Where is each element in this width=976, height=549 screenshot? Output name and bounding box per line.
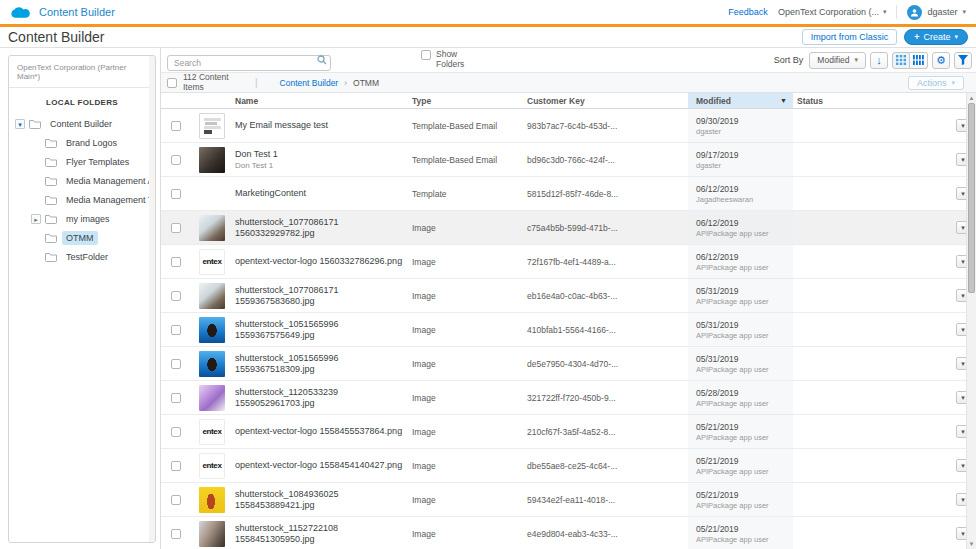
expander-icon[interactable]: ▾ bbox=[15, 119, 25, 129]
show-folders-checkbox[interactable] bbox=[421, 50, 431, 60]
filter-button[interactable] bbox=[954, 52, 972, 69]
table-row[interactable]: shutterstock_1084936025 1558453889421.jp… bbox=[161, 483, 976, 517]
modified-date: 05/21/2019 bbox=[696, 422, 793, 432]
row-checkbox[interactable] bbox=[171, 325, 181, 335]
row-checkbox[interactable] bbox=[171, 427, 181, 437]
sidebar-org-label: OpenText Corporation (Partner Main*) bbox=[9, 56, 155, 88]
folder-panel: OpenText Corporation (Partner Main*) LOC… bbox=[8, 55, 156, 543]
modified-by: APIPackage app user bbox=[696, 297, 793, 306]
grid-view-button[interactable] bbox=[910, 52, 928, 69]
asset-thumbnail bbox=[199, 317, 225, 343]
row-checkbox[interactable] bbox=[171, 291, 181, 301]
scrollbar-track[interactable] bbox=[967, 293, 976, 539]
feedback-link[interactable]: Feedback bbox=[728, 7, 768, 17]
sidebar-scrollbar[interactable] bbox=[149, 56, 155, 542]
row-checkbox[interactable] bbox=[171, 461, 181, 471]
row-checkbox[interactable] bbox=[171, 155, 181, 165]
asset-name[interactable]: Don Test 1 bbox=[235, 149, 408, 160]
table-row[interactable]: entex opentext-vector-logo 1558455537864… bbox=[161, 415, 976, 449]
asset-name[interactable]: shutterstock_1120533239 1559052961703.jp… bbox=[235, 387, 408, 409]
table-row[interactable]: shutterstock_1051565996 1559367518309.jp… bbox=[161, 347, 976, 381]
modified-date: 05/21/2019 bbox=[696, 490, 793, 500]
table-row[interactable]: My Email message test Template-Based Ema… bbox=[161, 109, 976, 143]
folder-tree-item[interactable]: Brand Logos bbox=[9, 133, 155, 152]
asset-name[interactable]: shutterstock_1051565996 1559367575649.jp… bbox=[235, 319, 408, 341]
asset-thumbnail bbox=[199, 521, 225, 547]
table-row[interactable]: shutterstock_1051565996 1559367575649.jp… bbox=[161, 313, 976, 347]
settings-button[interactable]: ⚙ bbox=[932, 52, 950, 69]
row-checkbox[interactable] bbox=[171, 257, 181, 267]
select-all-checkbox[interactable] bbox=[167, 78, 177, 88]
search-input[interactable] bbox=[167, 55, 331, 71]
column-header-status[interactable]: Status bbox=[793, 96, 950, 106]
modified-by: APIPackage app user bbox=[696, 467, 793, 476]
table-row[interactable]: shutterstock_1152722108 1558451305950.jp… bbox=[161, 517, 976, 549]
modified-date: 09/30/2019 bbox=[696, 116, 793, 126]
cloud-logo-icon bbox=[10, 5, 32, 19]
modified-date: 06/12/2019 bbox=[696, 218, 793, 228]
row-checkbox[interactable] bbox=[171, 359, 181, 369]
table-row[interactable]: shutterstock_1077086171 1560332929782.jp… bbox=[161, 211, 976, 245]
asset-name[interactable]: shutterstock_1051565996 1559367518309.jp… bbox=[235, 353, 408, 375]
chevron-down-icon: ▾ bbox=[961, 428, 965, 435]
asset-name[interactable]: MarketingContent bbox=[235, 188, 408, 199]
asset-type: Image bbox=[408, 529, 523, 539]
org-switcher-label: OpenText Corporation (... bbox=[778, 7, 879, 17]
folder-tree-item[interactable]: Media Management Assets bbox=[9, 171, 155, 190]
table-row[interactable]: shutterstock_1120533239 1559052961703.jp… bbox=[161, 381, 976, 415]
folder-tree-item[interactable]: TestFolder bbox=[9, 247, 155, 266]
column-header-modified[interactable]: Modified ▼ bbox=[688, 93, 793, 108]
folder-tree-item[interactable]: Flyer Templates bbox=[9, 152, 155, 171]
import-from-classic-button[interactable]: Import from Classic bbox=[802, 29, 898, 45]
row-checkbox[interactable] bbox=[171, 393, 181, 403]
user-menu-dropdown[interactable]: dgaster ▾ bbox=[907, 5, 966, 20]
modified-date: 06/12/2019 bbox=[696, 252, 793, 262]
show-folders-toggle: Show Folders bbox=[421, 50, 468, 70]
scroll-down-icon[interactable]: ▼ bbox=[967, 539, 976, 549]
column-header-name[interactable]: Name bbox=[233, 96, 408, 106]
asset-name[interactable]: My Email message test bbox=[235, 120, 408, 131]
column-header-type[interactable]: Type bbox=[408, 96, 523, 106]
table-row[interactable]: shutterstock_1077086171 1559367583680.jp… bbox=[161, 279, 976, 313]
table-scrollbar[interactable]: ▲ ▼ bbox=[966, 93, 976, 549]
actions-dropdown-button[interactable]: Actions ▾ bbox=[908, 76, 964, 90]
column-header-modified-label: Modified bbox=[696, 96, 731, 106]
create-button[interactable]: + Create ▾ bbox=[904, 29, 968, 45]
table-row[interactable]: entex opentext-vector-logo 1560332786296… bbox=[161, 245, 976, 279]
list-view-button[interactable] bbox=[892, 52, 910, 69]
asset-type: Template bbox=[408, 189, 523, 199]
table-row[interactable]: entex opentext-vector-logo 1558454140427… bbox=[161, 449, 976, 483]
folder-label: my images bbox=[62, 212, 114, 226]
breadcrumb-parent-link[interactable]: Content Builder bbox=[280, 78, 339, 88]
asset-name[interactable]: opentext-vector-logo 1558454140427.png bbox=[235, 460, 408, 471]
expander-icon[interactable]: ▸ bbox=[31, 214, 41, 224]
asset-name[interactable]: opentext-vector-logo 1560332786296.png bbox=[235, 256, 408, 267]
folder-tree-item[interactable]: Media Management Templates bbox=[9, 190, 155, 209]
folder-tree-item[interactable]: ▾ Content Builder bbox=[9, 114, 155, 133]
org-switcher-dropdown[interactable]: OpenText Corporation (... ▾ bbox=[778, 7, 887, 17]
scroll-up-icon[interactable]: ▲ bbox=[967, 93, 976, 103]
app-logo[interactable]: Content Builder bbox=[10, 5, 115, 19]
asset-name[interactable]: shutterstock_1077086171 1560332929782.jp… bbox=[235, 217, 408, 239]
search-icon[interactable] bbox=[317, 55, 327, 65]
row-checkbox[interactable] bbox=[171, 223, 181, 233]
asset-name[interactable]: shutterstock_1077086171 1559367583680.jp… bbox=[235, 285, 408, 307]
asset-name[interactable]: shutterstock_1152722108 1558451305950.jp… bbox=[235, 523, 408, 545]
create-button-label: Create bbox=[923, 32, 950, 42]
row-checkbox[interactable] bbox=[171, 529, 181, 539]
row-checkbox[interactable] bbox=[171, 495, 181, 505]
table-row[interactable]: Don Test 1 Don Test 1 Template-Based Ema… bbox=[161, 143, 976, 177]
folder-tree-item[interactable]: ▸ my images bbox=[9, 209, 155, 228]
row-checkbox[interactable] bbox=[171, 189, 181, 199]
customer-key: 210cf67f-3a5f-4a52-8... bbox=[523, 427, 688, 437]
sort-field-dropdown[interactable]: Modified ▾ bbox=[809, 52, 866, 69]
scrollbar-thumb[interactable] bbox=[968, 103, 975, 293]
asset-name[interactable]: shutterstock_1084936025 1558453889421.jp… bbox=[235, 489, 408, 511]
asset-name[interactable]: opentext-vector-logo 1558455537864.png bbox=[235, 426, 408, 437]
column-header-customer-key[interactable]: Customer Key bbox=[523, 96, 688, 106]
row-checkbox[interactable] bbox=[171, 121, 181, 131]
folder-tree-item[interactable]: OTMM bbox=[9, 228, 155, 247]
table-row[interactable]: MarketingContent Template 5815d12f-85f7-… bbox=[161, 177, 976, 211]
sort-direction-button[interactable]: ↓ bbox=[870, 52, 888, 69]
search-box bbox=[167, 52, 331, 68]
